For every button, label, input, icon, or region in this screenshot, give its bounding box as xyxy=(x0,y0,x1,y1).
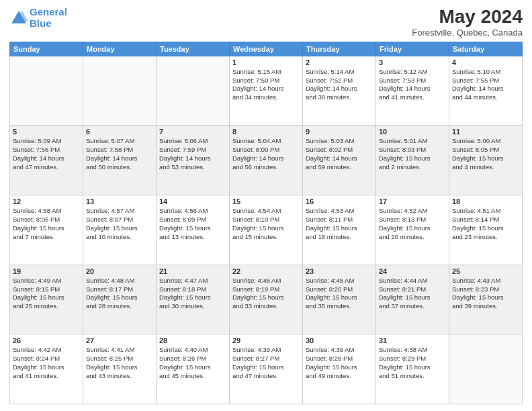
table-cell: 3Sunrise: 5:12 AM Sunset: 7:53 PM Daylig… xyxy=(376,56,449,126)
col-friday: Friday xyxy=(376,42,449,56)
cell-info: Sunrise: 4:40 AM Sunset: 8:26 PM Dayligh… xyxy=(159,346,226,380)
table-cell: 7Sunrise: 5:06 AM Sunset: 7:59 PM Daylig… xyxy=(157,126,230,195)
table-cell: 31Sunrise: 4:38 AM Sunset: 8:29 PM Dayli… xyxy=(376,334,449,404)
cell-info: Sunrise: 4:47 AM Sunset: 8:18 PM Dayligh… xyxy=(159,277,226,311)
cell-info: Sunrise: 4:39 AM Sunset: 8:27 PM Dayligh… xyxy=(232,346,300,380)
cell-date: 19 xyxy=(13,267,80,275)
table-cell: 28Sunrise: 4:40 AM Sunset: 8:26 PM Dayli… xyxy=(157,334,230,404)
table-cell: 18Sunrise: 4:51 AM Sunset: 8:14 PM Dayli… xyxy=(449,195,523,265)
cell-date: 6 xyxy=(86,128,153,136)
table-cell: 13Sunrise: 4:57 AM Sunset: 8:07 PM Dayli… xyxy=(83,195,157,265)
cell-info: Sunrise: 4:39 AM Sunset: 8:28 PM Dayligh… xyxy=(306,346,373,380)
cell-info: Sunrise: 5:15 AM Sunset: 7:50 PM Dayligh… xyxy=(232,68,300,102)
cell-date: 21 xyxy=(159,267,226,275)
calendar-table: Sunday Monday Tuesday Wednesday Thursday… xyxy=(9,42,523,404)
table-cell: 4Sunrise: 5:10 AM Sunset: 7:55 PM Daylig… xyxy=(449,56,523,126)
cell-date: 29 xyxy=(232,336,300,345)
col-tuesday: Tuesday xyxy=(157,42,230,56)
cell-info: Sunrise: 4:41 AM Sunset: 8:25 PM Dayligh… xyxy=(86,346,153,380)
cell-date: 17 xyxy=(379,197,446,205)
table-cell: 26Sunrise: 4:42 AM Sunset: 8:24 PM Dayli… xyxy=(10,334,83,404)
cell-date: 16 xyxy=(306,197,373,205)
cell-date: 15 xyxy=(232,197,300,205)
table-cell: 8Sunrise: 5:04 AM Sunset: 8:00 PM Daylig… xyxy=(230,126,303,195)
cell-date: 22 xyxy=(232,267,300,275)
cell-date: 4 xyxy=(452,58,519,66)
table-cell: 27Sunrise: 4:41 AM Sunset: 8:25 PM Dayli… xyxy=(83,334,157,404)
col-saturday: Saturday xyxy=(449,42,523,56)
cell-info: Sunrise: 4:46 AM Sunset: 8:19 PM Dayligh… xyxy=(232,277,300,311)
week-row-3: 12Sunrise: 4:58 AM Sunset: 8:06 PM Dayli… xyxy=(10,195,523,265)
cell-date: 1 xyxy=(232,58,300,66)
cell-info: Sunrise: 4:48 AM Sunset: 8:17 PM Dayligh… xyxy=(86,277,153,311)
week-row-2: 5Sunrise: 5:09 AM Sunset: 7:56 PM Daylig… xyxy=(10,126,523,195)
table-cell: 12Sunrise: 4:58 AM Sunset: 8:06 PM Dayli… xyxy=(10,195,83,265)
cell-info: Sunrise: 5:09 AM Sunset: 7:56 PM Dayligh… xyxy=(13,137,80,171)
cell-date: 8 xyxy=(232,128,300,136)
table-cell: 14Sunrise: 4:56 AM Sunset: 8:09 PM Dayli… xyxy=(157,195,230,265)
subtitle: Forestville, Quebec, Canada xyxy=(412,28,523,38)
table-cell: 21Sunrise: 4:47 AM Sunset: 8:18 PM Dayli… xyxy=(157,265,230,334)
logo-icon xyxy=(9,9,28,28)
cell-info: Sunrise: 4:38 AM Sunset: 8:29 PM Dayligh… xyxy=(379,346,446,380)
table-cell: 10Sunrise: 5:01 AM Sunset: 8:03 PM Dayli… xyxy=(376,126,449,195)
table-cell xyxy=(449,334,523,404)
cell-date: 14 xyxy=(159,197,226,205)
cell-info: Sunrise: 4:57 AM Sunset: 8:07 PM Dayligh… xyxy=(86,207,153,241)
cell-info: Sunrise: 5:04 AM Sunset: 8:00 PM Dayligh… xyxy=(232,137,300,171)
table-cell: 2Sunrise: 5:14 AM Sunset: 7:52 PM Daylig… xyxy=(303,56,376,126)
table-cell: 19Sunrise: 4:49 AM Sunset: 8:15 PM Dayli… xyxy=(10,265,83,334)
col-thursday: Thursday xyxy=(303,42,376,56)
cell-info: Sunrise: 4:42 AM Sunset: 8:24 PM Dayligh… xyxy=(13,346,80,380)
cell-info: Sunrise: 5:03 AM Sunset: 8:02 PM Dayligh… xyxy=(306,137,373,171)
table-cell: 22Sunrise: 4:46 AM Sunset: 8:19 PM Dayli… xyxy=(230,265,303,334)
calendar-header-row: Sunday Monday Tuesday Wednesday Thursday… xyxy=(10,42,523,56)
table-cell: 1Sunrise: 5:15 AM Sunset: 7:50 PM Daylig… xyxy=(230,56,303,126)
cell-info: Sunrise: 5:00 AM Sunset: 8:05 PM Dayligh… xyxy=(452,137,519,171)
cell-date: 28 xyxy=(159,336,226,345)
cell-date: 30 xyxy=(306,336,373,345)
table-cell: 20Sunrise: 4:48 AM Sunset: 8:17 PM Dayli… xyxy=(83,265,157,334)
cell-date: 2 xyxy=(306,58,373,66)
table-cell: 6Sunrise: 5:07 AM Sunset: 7:58 PM Daylig… xyxy=(83,126,157,195)
week-row-1: 1Sunrise: 5:15 AM Sunset: 7:50 PM Daylig… xyxy=(10,56,523,126)
logo-line1: General xyxy=(30,6,67,17)
cell-info: Sunrise: 5:12 AM Sunset: 7:53 PM Dayligh… xyxy=(379,68,446,102)
cell-date: 5 xyxy=(13,128,80,136)
col-wednesday: Wednesday xyxy=(230,42,303,56)
table-cell: 17Sunrise: 4:52 AM Sunset: 8:13 PM Dayli… xyxy=(376,195,449,265)
cell-date: 23 xyxy=(306,267,373,275)
table-cell: 9Sunrise: 5:03 AM Sunset: 8:02 PM Daylig… xyxy=(303,126,376,195)
cell-info: Sunrise: 4:44 AM Sunset: 8:21 PM Dayligh… xyxy=(379,277,446,311)
logo-line2: Blue xyxy=(30,17,52,29)
cell-info: Sunrise: 5:14 AM Sunset: 7:52 PM Dayligh… xyxy=(306,68,373,102)
logo: General Blue xyxy=(9,7,67,29)
cell-date: 13 xyxy=(86,197,153,205)
cell-date: 26 xyxy=(13,336,80,345)
table-cell: 30Sunrise: 4:39 AM Sunset: 8:28 PM Dayli… xyxy=(303,334,376,404)
table-cell: 23Sunrise: 4:45 AM Sunset: 8:20 PM Dayli… xyxy=(303,265,376,334)
table-cell xyxy=(157,56,230,126)
cell-info: Sunrise: 4:53 AM Sunset: 8:11 PM Dayligh… xyxy=(306,207,373,241)
table-cell: 11Sunrise: 5:00 AM Sunset: 8:05 PM Dayli… xyxy=(449,126,523,195)
table-cell: 16Sunrise: 4:53 AM Sunset: 8:11 PM Dayli… xyxy=(303,195,376,265)
table-cell: 24Sunrise: 4:44 AM Sunset: 8:21 PM Dayli… xyxy=(376,265,449,334)
table-cell: 29Sunrise: 4:39 AM Sunset: 8:27 PM Dayli… xyxy=(230,334,303,404)
table-cell: 5Sunrise: 5:09 AM Sunset: 7:56 PM Daylig… xyxy=(10,126,83,195)
cell-date: 25 xyxy=(452,267,519,275)
cell-date: 11 xyxy=(452,128,519,136)
cell-date: 7 xyxy=(159,128,226,136)
cell-info: Sunrise: 5:01 AM Sunset: 8:03 PM Dayligh… xyxy=(379,137,446,171)
cell-info: Sunrise: 5:07 AM Sunset: 7:58 PM Dayligh… xyxy=(86,137,153,171)
table-cell xyxy=(83,56,157,126)
header: General Blue May 2024 Forestville, Quebe… xyxy=(9,7,523,38)
cell-info: Sunrise: 4:56 AM Sunset: 8:09 PM Dayligh… xyxy=(159,207,226,241)
cell-info: Sunrise: 4:52 AM Sunset: 8:13 PM Dayligh… xyxy=(379,207,446,241)
cell-date: 10 xyxy=(379,128,446,136)
table-cell xyxy=(10,56,83,126)
cell-date: 20 xyxy=(86,267,153,275)
main-title: May 2024 xyxy=(412,7,523,28)
cell-info: Sunrise: 4:54 AM Sunset: 8:10 PM Dayligh… xyxy=(232,207,300,241)
cell-info: Sunrise: 4:58 AM Sunset: 8:06 PM Dayligh… xyxy=(13,207,80,241)
cell-date: 24 xyxy=(379,267,446,275)
